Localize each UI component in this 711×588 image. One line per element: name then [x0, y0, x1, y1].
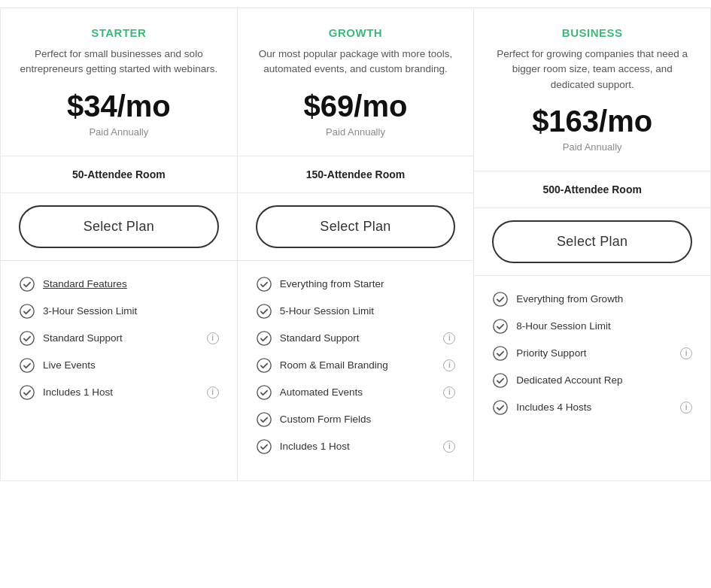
- svg-point-3: [20, 358, 34, 371]
- feature-text-growth-1: 5-Hour Session Limit: [280, 305, 456, 317]
- feature-text-starter-2: Standard Support: [43, 332, 198, 344]
- check-icon-growth-5: [256, 411, 272, 428]
- feature-item-growth-1: 5-Hour Session Limit: [256, 303, 456, 320]
- feature-text-business-2: Priority Support: [516, 347, 671, 359]
- plan-features-starter: Standard Features 3-Hour Session Limit S…: [1, 261, 237, 480]
- check-icon-growth-0: [256, 276, 272, 292]
- info-icon-business-4[interactable]: i: [680, 402, 692, 414]
- check-icon-growth-3: [256, 357, 272, 374]
- check-icon-growth-2: [256, 330, 272, 347]
- svg-point-4: [20, 385, 34, 399]
- info-icon-starter-2[interactable]: i: [207, 332, 219, 344]
- svg-point-14: [494, 347, 507, 360]
- feature-text-starter-0[interactable]: Standard Features: [43, 278, 219, 289]
- select-plan-button-business[interactable]: Select Plan: [492, 220, 692, 263]
- feature-item-growth-0: Everything from Starter: [256, 276, 456, 292]
- plan-room-starter: 50-Attendee Room: [1, 156, 237, 193]
- check-icon-starter-0: [19, 276, 35, 292]
- plan-name-business: BUSINESS: [492, 26, 692, 39]
- info-icon-growth-3[interactable]: i: [443, 359, 455, 371]
- feature-item-business-3: Dedicated Account Rep: [492, 372, 692, 389]
- check-icon-growth-4: [256, 384, 272, 401]
- feature-item-starter-2: Standard Supporti: [19, 330, 219, 347]
- check-icon-business-1: [492, 318, 509, 335]
- info-icon-growth-2[interactable]: i: [443, 332, 455, 344]
- feature-item-growth-3: Room & Email Brandingi: [256, 357, 456, 374]
- svg-point-10: [257, 412, 271, 426]
- check-icon-growth-6: [256, 438, 272, 455]
- feature-item-business-1: 8-Hour Session Limit: [492, 318, 692, 335]
- plan-header-business: BUSINESSPerfect for growing companies th…: [474, 8, 710, 171]
- check-icon-starter-2: [19, 330, 35, 347]
- check-icon-business-0: [492, 291, 509, 308]
- feature-item-growth-2: Standard Supporti: [256, 330, 456, 347]
- plan-price-starter: $34/mo: [19, 89, 219, 123]
- info-icon-growth-4[interactable]: i: [443, 386, 455, 399]
- plan-billing-growth: Paid Annually: [256, 126, 456, 138]
- plan-price-growth: $69/mo: [256, 89, 456, 123]
- feature-item-starter-1: 3-Hour Session Limit: [19, 303, 219, 320]
- svg-point-9: [257, 385, 271, 399]
- plan-name-starter: STARTER: [19, 26, 219, 39]
- feature-item-starter-0: Standard Features: [19, 276, 219, 292]
- svg-point-11: [257, 439, 271, 453]
- svg-point-13: [494, 320, 507, 333]
- check-icon-business-4: [492, 399, 509, 416]
- feature-text-growth-4: Automated Events: [280, 386, 435, 398]
- plan-room-growth: 150-Attendee Room: [238, 156, 474, 193]
- plan-select-section-business: Select Plan: [474, 208, 710, 276]
- feature-text-business-0: Everything from Growth: [516, 293, 692, 305]
- plan-header-growth: GROWTHOur most popular package with more…: [238, 8, 474, 156]
- svg-point-8: [257, 358, 271, 371]
- svg-point-12: [494, 292, 507, 306]
- select-plan-button-growth[interactable]: Select Plan: [256, 205, 456, 248]
- plan-select-section-starter: Select Plan: [1, 193, 237, 261]
- plan-room-business: 500-Attendee Room: [474, 171, 710, 208]
- plan-description-starter: Perfect for small businesses and solo en…: [19, 47, 219, 77]
- svg-point-1: [20, 304, 34, 317]
- svg-point-7: [257, 331, 271, 344]
- feature-item-growth-4: Automated Eventsi: [256, 384, 456, 401]
- feature-item-business-4: Includes 4 Hostsi: [492, 399, 692, 416]
- feature-text-growth-3: Room & Email Branding: [280, 359, 435, 371]
- feature-item-growth-5: Custom Form Fields: [256, 411, 456, 428]
- plan-description-business: Perfect for growing companies that need …: [492, 47, 692, 92]
- plan-card-growth: GROWTHOur most popular package with more…: [238, 8, 474, 481]
- check-icon-starter-1: [19, 303, 35, 320]
- feature-text-starter-4: Includes 1 Host: [43, 386, 198, 398]
- feature-item-business-2: Priority Supporti: [492, 345, 692, 362]
- feature-text-growth-2: Standard Support: [280, 332, 435, 344]
- plan-features-growth: Everything from Starter 5-Hour Session L…: [238, 261, 474, 480]
- feature-item-growth-6: Includes 1 Hosti: [256, 438, 456, 455]
- plan-card-business: BUSINESSPerfect for growing companies th…: [473, 8, 711, 481]
- check-icon-starter-4: [19, 384, 35, 401]
- feature-item-starter-4: Includes 1 Hosti: [19, 384, 219, 401]
- plan-card-starter: STARTERPerfect for small businesses and …: [0, 8, 238, 481]
- plan-price-business: $163/mo: [492, 105, 692, 138]
- feature-text-starter-3: Live Events: [43, 359, 219, 371]
- svg-point-5: [257, 277, 271, 290]
- plan-select-section-growth: Select Plan: [238, 193, 474, 261]
- info-icon-business-2[interactable]: i: [680, 347, 692, 359]
- plan-header-starter: STARTERPerfect for small businesses and …: [1, 8, 237, 156]
- plan-name-growth: GROWTH: [256, 26, 456, 39]
- info-icon-growth-6[interactable]: i: [443, 441, 455, 453]
- feature-item-business-0: Everything from Growth: [492, 291, 692, 308]
- plan-billing-starter: Paid Annually: [19, 126, 219, 138]
- check-icon-business-2: [492, 345, 509, 362]
- svg-point-2: [20, 331, 34, 344]
- plan-description-growth: Our most popular package with more tools…: [256, 47, 456, 77]
- plan-features-business: Everything from Growth 8-Hour Session Li…: [474, 276, 710, 480]
- plans-container: STARTERPerfect for small businesses and …: [0, 8, 711, 481]
- check-icon-business-3: [492, 372, 509, 389]
- svg-point-0: [20, 277, 34, 290]
- svg-point-6: [257, 304, 271, 317]
- feature-text-starter-1: 3-Hour Session Limit: [43, 305, 219, 317]
- select-plan-button-starter[interactable]: Select Plan: [19, 205, 219, 248]
- feature-text-growth-6: Includes 1 Host: [280, 441, 435, 452]
- check-icon-growth-1: [256, 303, 272, 320]
- plan-billing-business: Paid Annually: [492, 141, 692, 153]
- check-icon-starter-3: [19, 357, 35, 374]
- info-icon-starter-4[interactable]: i: [207, 386, 219, 399]
- feature-text-growth-0: Everything from Starter: [280, 278, 456, 289]
